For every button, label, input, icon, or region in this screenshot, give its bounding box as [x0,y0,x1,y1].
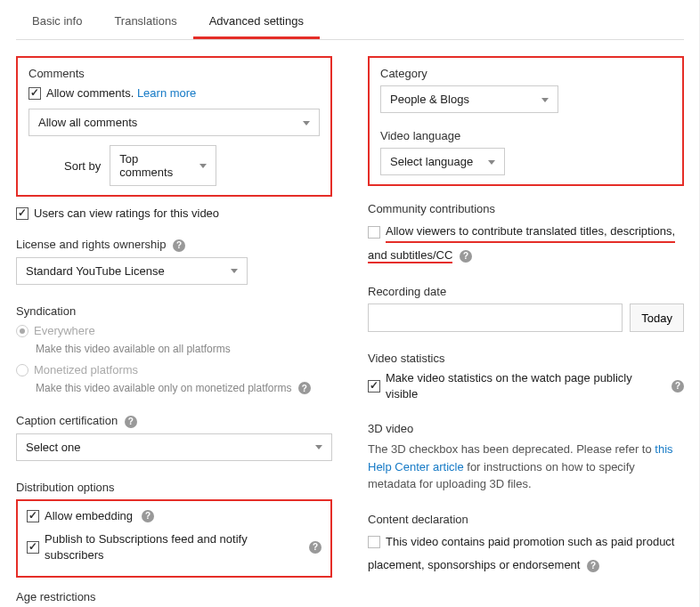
caption-cert-select[interactable]: Select one [16,433,332,461]
help-icon[interactable]: ? [587,560,599,572]
help-icon[interactable]: ? [125,416,137,428]
category-select[interactable]: People & Blogs [380,85,558,113]
video-language-select[interactable]: Select language [380,148,505,175]
ratings-visible-checkbox[interactable] [16,207,28,220]
category-title: Category [380,67,672,80]
comment-moderation-value: Allow all comments [38,116,137,129]
content-declaration-title: Content declaration [368,513,684,526]
paid-promotion-label-1: This video contains paid promotion such … [386,531,674,552]
syndication-monetized-radio[interactable] [16,364,28,376]
syndication-everywhere-desc: Make this video available on all platfor… [36,343,332,355]
help-icon[interactable]: ? [672,380,684,393]
allow-comments-checkbox[interactable] [28,87,41,100]
paid-promotion-checkbox[interactable] [368,536,380,548]
syndication-monetized-label: Monetized platforms [34,362,138,378]
distribution-title: Distribution options [16,481,332,494]
video-statistics-checkbox[interactable] [368,380,380,393]
community-contributions-checkbox[interactable] [368,226,380,239]
video-statistics-label: Make video statistics on the watch page … [386,370,663,402]
community-contributions-label-1: Allow viewers to contribute translated t… [386,221,675,243]
community-contributions-title: Community contributions [368,202,684,215]
publish-subscriptions-checkbox[interactable] [27,541,39,554]
3d-video-description: The 3D checkbox has been deprecated. Ple… [368,441,684,493]
tab-basic-info[interactable]: Basic info [16,7,98,39]
tab-translations[interactable]: Translations [98,7,192,39]
category-language-section: Category People & Blogs Video language S… [368,56,684,186]
3d-video-title: 3D video [368,422,684,435]
help-icon[interactable]: ? [309,541,322,554]
video-statistics-title: Video statistics [368,352,684,365]
age-restrictions-title: Age restrictions [16,590,332,603]
settings-tabs: Basic info Translations Advanced setting… [16,7,684,40]
recording-date-title: Recording date [368,285,684,298]
today-button[interactable]: Today [630,304,684,332]
sort-by-select[interactable]: Top comments [110,145,216,186]
allow-comments-label: Allow comments. Learn more [46,85,196,101]
comments-section: Comments Allow comments. Learn more Allo… [16,56,332,197]
license-title: License and rights ownership ? [16,238,332,252]
paid-promotion-label-2: placement, sponsorships or endorsement [368,558,580,571]
help-icon[interactable]: ? [173,239,185,252]
publish-subscriptions-label: Publish to Subscriptions feed and notify… [45,531,300,563]
community-contributions-label-2: and subtitles/CC [368,248,452,263]
sort-by-value: Top comments [119,152,192,179]
license-value: Standard YouTube License [26,264,165,278]
category-value: People & Blogs [390,93,469,106]
help-icon[interactable]: ? [298,382,311,394]
help-icon[interactable]: ? [460,250,472,263]
caption-cert-value: Select one [26,441,80,454]
learn-more-link[interactable]: Learn more [137,86,196,100]
sort-by-label: Sort by [64,159,101,173]
video-language-title: Video language [380,129,672,142]
comment-moderation-select[interactable]: Allow all comments [28,109,320,136]
syndication-title: Syndication [16,304,332,318]
caption-cert-title: Caption certification ? [16,414,332,428]
comments-title: Comments [28,67,320,80]
syndication-everywhere-radio[interactable] [16,325,28,337]
video-language-value: Select language [390,155,473,168]
syndication-everywhere-label: Everywhere [34,323,95,339]
allow-embedding-checkbox[interactable] [27,510,39,522]
recording-date-input[interactable] [368,304,623,332]
allow-embedding-label: Allow embedding [45,508,133,524]
tab-advanced-settings[interactable]: Advanced settings [193,7,320,39]
ratings-visible-label: Users can view ratings for this video [34,206,219,222]
help-icon[interactable]: ? [142,510,154,522]
license-select[interactable]: Standard YouTube License [16,257,248,285]
syndication-monetized-desc: Make this video available only on moneti… [36,382,332,395]
